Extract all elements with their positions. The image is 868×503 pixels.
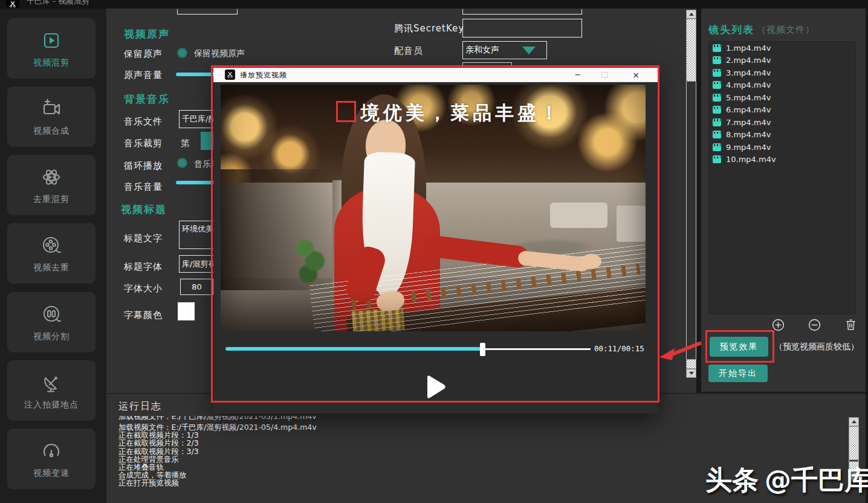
log-line: 正在截取视频片段：3/3 <box>118 447 317 455</box>
delete-all-button[interactable] <box>845 318 857 331</box>
preview-effect-button[interactable]: 预览效果 <box>710 337 768 357</box>
shot-list-item[interactable]: 6.mp4.m4v <box>709 104 855 117</box>
arrow-down-icon <box>689 372 694 375</box>
clipped-input-top-left[interactable] <box>177 9 238 15</box>
video-preview-frame: 境优美，菜品丰盛！ <box>221 85 646 331</box>
progress-bar-filled[interactable] <box>225 347 482 351</box>
sidebar-item-label: 视频分割 <box>33 331 70 342</box>
sidebar-item-label: 注入拍摄地点 <box>24 400 79 411</box>
keep-original-radio[interactable] <box>177 48 187 58</box>
log-scroll-up-button[interactable] <box>849 417 859 426</box>
shot-list-item[interactable]: 3.mp4.m4v <box>709 67 855 79</box>
sidebar-item-video-mix[interactable]: 视频混剪 <box>7 18 96 79</box>
shot-list-item[interactable]: 10.mp4.m4v <box>709 154 855 166</box>
video-subtitle-overlay: 境优美，菜品丰盛！ <box>361 100 562 126</box>
shot-list-item[interactable]: 1.mp4.m4v <box>709 42 855 54</box>
subtitle-color-swatch[interactable] <box>178 302 195 320</box>
shot-file-name: 6.mp4.m4v <box>726 105 771 114</box>
run-log-title: 运行日志 <box>118 400 162 413</box>
dialog-scissors-icon <box>225 70 235 80</box>
main-scroll-down-button[interactable] <box>686 369 696 378</box>
arrow-up-icon <box>852 420 857 423</box>
shot-list-panel: 镜头列表 （视频文件） 1.mp4.m4v 2.mp4.m4v 3.mp4.m4… <box>701 8 866 392</box>
dedup-mix-icon <box>39 165 63 189</box>
sidebar-item-label: 视频变速 <box>33 468 70 479</box>
video-dedup-icon <box>39 233 63 258</box>
sidebar-item-inject-location[interactable]: 注入拍摄地点 <box>7 360 96 421</box>
shot-list-title: 镜头列表 <box>708 23 754 37</box>
shot-list: 1.mp4.m4v 2.mp4.m4v 3.mp4.m4v 4.mp4.m4v … <box>708 41 856 314</box>
log-line-clipped: 加载视频文件：E:/千巴库/混剪视频/2021-05/1.mp4.m4v <box>118 416 317 421</box>
title-font-label: 标题字体 <box>124 261 163 273</box>
preview-quality-note: （预览视频画质较低） <box>774 342 859 352</box>
caret-down-icon[interactable] <box>522 47 536 54</box>
music-volume-slider[interactable] <box>176 181 215 184</box>
loop-play-label: 循环播放 <box>124 160 163 172</box>
log-line: 正在截取视频片段：2/3 <box>118 439 317 447</box>
title-font-input[interactable]: 库/混剪视 <box>179 255 215 273</box>
sidebar: 视频混剪 视频合成 去重混剪 视频去重 视频分割 注入拍摄地点 视频变速 <box>0 8 106 503</box>
sidebar-item-label: 视频去重 <box>33 262 70 273</box>
original-volume-slider[interactable] <box>176 73 215 76</box>
shot-list-item[interactable]: 7.mp4.m4v <box>709 116 855 129</box>
video-mix-icon <box>39 28 63 53</box>
log-scrollbar-thumb[interactable] <box>849 426 859 460</box>
shot-file-name: 4.mp4.m4v <box>726 80 771 89</box>
voice-actor-value: 亲和女声 <box>465 45 499 56</box>
clapper-icon <box>713 143 721 151</box>
clapper-icon <box>713 118 721 126</box>
log-lines: 加载视频文件：E:/千巴库/混剪视频/2021-05/4.mp4.m4v正在截取… <box>118 423 317 487</box>
loop-play-radio[interactable] <box>177 158 187 168</box>
start-export-button[interactable]: 开始导出 <box>708 365 768 382</box>
dialog-titlebar[interactable]: 播放预览视频 − × <box>213 68 658 82</box>
title-text-input[interactable]: 环境优美 <box>179 221 215 249</box>
tencent-secretkey-input[interactable] <box>462 19 582 37</box>
video-compose-icon <box>39 97 63 121</box>
original-volume-label: 原声音量 <box>124 70 163 81</box>
music-volume-label: 音乐音量 <box>124 181 163 193</box>
app-window: 千巴库 - 视频混剪 视频混剪 视频合成 去重混剪 视频去重 视频分割 注入拍摄… <box>0 0 868 503</box>
main-scroll-up-button[interactable] <box>686 10 696 19</box>
sidebar-item-dedup-mix[interactable]: 去重混剪 <box>7 155 96 215</box>
progress-handle[interactable] <box>480 343 485 356</box>
shot-file-name: 2.mp4.m4v <box>726 56 771 65</box>
add-shot-button[interactable] <box>772 319 785 331</box>
font-size-input[interactable]: 80 <box>180 279 213 295</box>
main-scrollbar-thumb[interactable] <box>686 19 696 82</box>
sidebar-item-label: 去重混剪 <box>33 194 70 205</box>
clapper-icon <box>713 81 721 89</box>
clapper-icon <box>713 94 721 102</box>
shot-file-name: 10.mp4.m4v <box>726 155 776 164</box>
sidebar-item-video-dedup[interactable]: 视频去重 <box>7 223 96 284</box>
shot-file-name: 5.mp4.m4v <box>726 93 771 102</box>
music-trim-label: 音乐裁剪 <box>124 138 163 149</box>
shot-list-item[interactable]: 4.mp4.m4v <box>709 79 855 92</box>
sidebar-item-label: 视频合成 <box>33 126 70 137</box>
app-scissors-icon <box>6 0 19 8</box>
progress-bar-remaining[interactable] <box>482 348 591 350</box>
watermark-handle: @千巴库 <box>765 464 868 495</box>
shot-list-item[interactable]: 8.mp4.m4v <box>709 129 855 141</box>
clapper-icon <box>713 56 721 64</box>
music-trim-prefix: 第 <box>181 138 190 149</box>
play-button[interactable] <box>423 373 447 401</box>
sidebar-item-label: 视频混剪 <box>33 57 70 68</box>
clipped-input-top-right[interactable] <box>462 9 582 15</box>
clipped-input-below-voice[interactable] <box>462 62 512 67</box>
sidebar-item-video-speed[interactable]: 视频变速 <box>7 429 96 489</box>
shot-list-item[interactable]: 2.mp4.m4v <box>709 54 855 67</box>
minimize-button[interactable]: − <box>569 68 587 82</box>
sidebar-item-video-split[interactable]: 视频分割 <box>7 292 96 352</box>
shot-list-item[interactable]: 5.mp4.m4v <box>709 91 855 104</box>
music-file-input[interactable]: 千巴库/配 <box>179 110 215 128</box>
shot-list-subtitle: （视频文件） <box>757 24 815 36</box>
sidebar-item-video-compose[interactable]: 视频合成 <box>7 86 96 147</box>
maximize-button[interactable] <box>601 72 607 78</box>
clapper-icon <box>713 155 721 163</box>
window-titlebar: 千巴库 - 视频混剪 <box>0 0 868 8</box>
remove-shot-button[interactable] <box>808 319 821 331</box>
close-button[interactable]: × <box>627 68 645 82</box>
shot-list-item[interactable]: 9.mp4.m4v <box>709 141 855 154</box>
main-scrollbar-segment[interactable] <box>686 359 696 369</box>
shot-file-name: 1.mp4.m4v <box>726 44 771 53</box>
